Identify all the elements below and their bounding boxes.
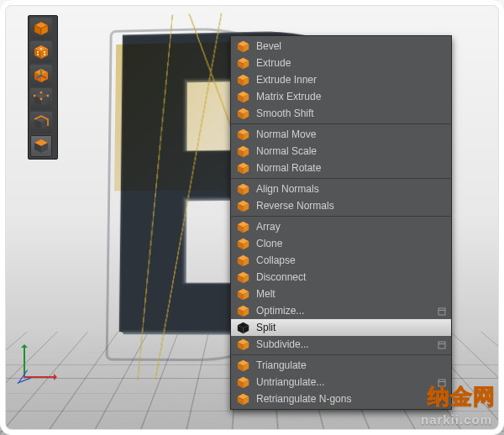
menu-separator xyxy=(231,123,451,124)
polygon-mode-button[interactable] xyxy=(30,135,52,157)
submenu-indicator-icon xyxy=(438,130,446,139)
submenu-indicator-icon xyxy=(438,164,446,172)
menu-separator xyxy=(231,216,451,217)
submenu-indicator-icon xyxy=(438,256,446,265)
menu-item-array[interactable]: Array xyxy=(231,218,451,235)
collapse-icon xyxy=(236,254,249,267)
submenu-indicator-icon xyxy=(438,340,446,349)
menu-item-clone[interactable]: Clone xyxy=(231,235,451,252)
menu-item-collapse[interactable]: Collapse xyxy=(231,252,451,269)
submenu-indicator-icon xyxy=(438,147,446,155)
svg-point-6 xyxy=(37,51,39,53)
object-mode-button[interactable] xyxy=(30,65,52,86)
menu-item-label: Matrix Extrude xyxy=(256,91,431,102)
extrude-inner-icon xyxy=(236,73,249,86)
svg-point-23 xyxy=(40,98,43,101)
submenu-indicator-icon xyxy=(438,42,446,50)
submenu-indicator-icon xyxy=(438,239,446,248)
menu-item-label: Align Normals xyxy=(256,183,431,195)
menu-item-label: Collapse xyxy=(256,254,431,266)
polygon-context-menu[interactable]: BevelExtrudeExtrude InnerMatrix ExtrudeS… xyxy=(230,35,452,410)
menu-item-align-normals[interactable]: Align Normals xyxy=(231,181,451,197)
submenu-indicator-icon xyxy=(438,76,446,84)
menu-item-extrude[interactable]: Extrude xyxy=(231,55,451,71)
cube-edge-icon xyxy=(34,115,49,130)
menu-item-melt[interactable]: Melt xyxy=(231,286,451,302)
clone-icon xyxy=(236,237,249,250)
submenu-indicator-icon xyxy=(438,223,446,231)
split-icon xyxy=(236,321,249,334)
menu-separator xyxy=(231,354,451,355)
submenu-indicator-icon xyxy=(438,273,446,281)
menu-item-label: Split xyxy=(256,322,431,333)
menu-item-smooth-shift[interactable]: Smooth Shift xyxy=(231,105,451,122)
submenu-indicator-icon xyxy=(438,109,446,118)
svg-rect-87 xyxy=(438,343,445,344)
menu-item-untriangulate[interactable]: Untriangulate... xyxy=(231,374,451,390)
cube-face-icon xyxy=(34,139,49,154)
menu-item-label: Extrude Inner xyxy=(256,74,431,86)
menu-item-label: Smooth Shift xyxy=(256,107,431,119)
cube-dice-icon xyxy=(34,45,49,60)
retriangulate-ngons-icon xyxy=(236,392,249,406)
texture-mode-button[interactable] xyxy=(30,41,52,63)
menu-item-label: Normal Move xyxy=(256,128,431,140)
menu-item-label: Normal Rotate xyxy=(256,162,431,174)
submenu-indicator-icon xyxy=(438,92,446,101)
menu-item-label: Subdivide... xyxy=(256,338,431,350)
menu-item-normal-scale[interactable]: Normal Scale xyxy=(231,143,451,160)
watermark-site: narkii.com xyxy=(421,412,492,427)
matrix-extrude-icon xyxy=(236,90,249,103)
normal-scale-icon xyxy=(236,144,249,158)
normal-move-icon xyxy=(236,128,249,141)
melt-icon xyxy=(236,287,249,301)
svg-rect-86 xyxy=(438,342,445,349)
svg-point-9 xyxy=(44,54,45,55)
svg-point-8 xyxy=(44,51,45,53)
bevel-icon xyxy=(236,39,249,53)
extrude-icon xyxy=(236,56,249,70)
menu-item-label: Triangulate xyxy=(256,359,431,371)
axis-gizmo xyxy=(20,334,67,381)
cube-wire-icon xyxy=(34,21,49,36)
menu-item-extrude-inner[interactable]: Extrude Inner xyxy=(231,71,451,88)
menu-item-reverse-normals[interactable]: Reverse Normals xyxy=(231,197,451,214)
edge-mode-button[interactable] xyxy=(30,112,52,134)
menu-item-disconnect[interactable]: Disconnect xyxy=(231,269,451,286)
submenu-indicator-icon xyxy=(438,202,446,210)
reverse-normals-icon xyxy=(236,199,249,212)
submenu-indicator-icon xyxy=(438,59,446,67)
menu-item-normal-rotate[interactable]: Normal Rotate xyxy=(231,160,451,176)
disconnect-icon xyxy=(236,270,249,284)
cube-point-icon xyxy=(34,92,49,107)
svg-point-7 xyxy=(37,54,39,55)
menu-separator xyxy=(231,178,451,179)
svg-rect-79 xyxy=(438,310,445,311)
menu-item-label: Bevel xyxy=(256,40,431,52)
cube-axis-icon xyxy=(34,68,49,83)
menu-item-matrix-extrude[interactable]: Matrix Extrude xyxy=(231,88,451,105)
menu-item-label: Untriangulate... xyxy=(256,376,431,388)
menu-item-triangulate[interactable]: Triangulate xyxy=(231,357,451,374)
subdivide-icon xyxy=(236,338,249,351)
menu-item-retriangulate-n-gons[interactable]: Retriangulate N-gons xyxy=(231,390,451,407)
watermark-cn: 纳金网 xyxy=(428,382,496,411)
model-mode-button[interactable] xyxy=(30,18,52,39)
submenu-indicator-icon xyxy=(438,185,446,193)
menu-item-label: Optimize... xyxy=(256,305,431,317)
triangulate-icon xyxy=(236,359,249,372)
menu-item-normal-move[interactable]: Normal Move xyxy=(231,126,451,143)
svg-rect-78 xyxy=(438,308,445,315)
menu-item-subdivide[interactable]: Subdivide... xyxy=(231,336,451,353)
menu-item-optimize[interactable]: Optimize... xyxy=(231,302,451,319)
array-icon xyxy=(236,220,249,233)
submenu-indicator-icon xyxy=(438,290,446,298)
watermark: 纳金网 narkii.com xyxy=(421,412,492,427)
menu-item-label: Melt xyxy=(256,288,431,300)
point-mode-button[interactable] xyxy=(30,88,52,110)
menu-item-label: Retriangulate N-gons xyxy=(256,393,431,405)
menu-item-label: Clone xyxy=(256,238,431,249)
menu-item-split[interactable]: Split xyxy=(231,319,451,336)
selection-mode-toolbar xyxy=(28,15,58,160)
menu-item-bevel[interactable]: Bevel xyxy=(231,38,451,55)
